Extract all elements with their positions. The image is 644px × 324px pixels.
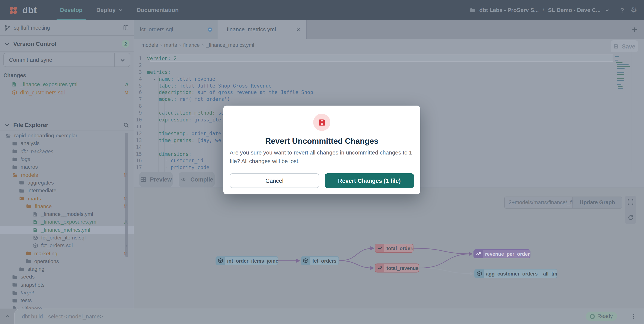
file-tree-item[interactable]: tests [0,296,134,304]
code-minimap[interactable] [615,56,630,93]
chevron-down-icon[interactable] [604,8,610,13]
folder-icon [12,298,18,303]
file-tree-label: macros [20,164,38,170]
update-graph-button[interactable]: Update Graph [572,197,622,208]
kebab-menu-icon[interactable] [631,313,637,320]
yaml-key: description: [159,89,194,95]
file-tree-item[interactable]: _finance_metrics.yml [0,226,134,234]
code-text: expression: gross_ite [147,117,221,123]
nav-link-develop[interactable]: Develop [53,0,89,20]
changed-file-row[interactable]: dim_customers.sqlM [0,88,134,97]
lineage-node-total_revenue[interactable]: total_revenue [375,263,419,272]
yaml-key: time_grains: [159,137,194,143]
branch-name: sqlfluff-meeting [14,25,50,31]
compile-button[interactable]: Compile [179,172,215,187]
new-tab-plus-icon[interactable] [631,26,638,33]
reset-view-icon[interactable] [627,214,634,221]
yaml-key: model: [159,96,176,102]
save-button[interactable]: Save [610,40,638,52]
model-icon [12,90,17,95]
file-tree-item[interactable]: intermediate [0,187,134,195]
code-line: 2 [134,62,644,69]
file-tree-item[interactable]: marketingM [0,250,134,257]
line-number: 15 [134,151,147,157]
breadcrumb-item[interactable]: finance [183,42,200,48]
file-tree-item[interactable]: aggregates [0,179,134,187]
file-tree-label: logs [20,156,30,162]
code-text: - priority_code [147,165,209,171]
breadcrumb-item[interactable]: models [142,42,158,48]
revert-changes-button[interactable]: Revert Changes (1 file) [325,173,414,188]
metric-icon [474,249,483,258]
changes-section-label: Changes [4,73,26,79]
close-icon[interactable] [296,27,301,32]
lineage-node-int_order_items_joined[interactable]: int_order_items_joined [216,256,278,265]
code-text: version: 2 [147,55,177,61]
chevron-up-icon[interactable] [4,313,11,319]
file-tree-item[interactable]: snapshots [0,281,134,289]
yaml-value: sum of gross revenue at the Jaffle Shop [194,89,313,95]
fullscreen-icon[interactable] [627,199,634,205]
line-number: 16 [134,158,147,164]
file-tree-item[interactable]: financeM [0,202,134,210]
lineage-edge [339,248,374,261]
preview-button[interactable]: Preview [139,172,173,187]
help-icon[interactable]: ? [620,7,624,14]
commit-and-sync-button[interactable]: Commit and sync [4,53,130,67]
file-tree-item[interactable]: fct_orders.sql● [0,242,134,250]
file-tree-item[interactable]: staging [0,265,134,273]
file-tree-item[interactable]: martsM [0,195,134,203]
editor-tab-_finance_metrics.yml[interactable]: _finance_metrics.yml [218,20,307,39]
folder-icon [12,282,18,288]
file-tree-item[interactable]: rapid-onboarding-exemplar [0,132,134,140]
file-icon [32,211,38,217]
file-tree-item[interactable]: analysis [0,140,134,148]
minimap-line [617,80,624,81]
dbt-logo[interactable]: dbt [0,5,37,16]
breadcrumb-item[interactable]: marts [164,42,177,48]
docs-book-icon[interactable] [122,25,130,31]
code-text: label: Total Jaffle Shop Gross Revenue [147,83,272,89]
revert-changes-modal: Revert Uncommitted Changes Are you sure … [223,106,420,194]
editor-tab-fct_orders.sql[interactable]: fct_orders.sql [134,20,218,39]
lineage-node-revenue_per_order[interactable]: revenue_per_order [474,249,530,258]
file-icon [12,305,17,308]
nav-link-deploy[interactable]: Deploy [89,0,130,20]
project-switcher[interactable]: SL Demo - Dave C... [548,7,600,13]
file-tree-item[interactable]: target [0,289,134,297]
file-tree-item[interactable]: logs [0,155,134,163]
changed-file-row[interactable]: _finance_exposures.ymlA [0,80,134,88]
breadcrumb-item[interactable]: _finance_metrics.yml [206,42,254,48]
file-tree-item[interactable]: macros [0,163,134,171]
file-explorer-header[interactable]: File Explorer [0,120,134,130]
search-icon[interactable] [123,122,130,128]
code-text: dimensions: [147,151,192,157]
commit-options-caret[interactable] [114,53,130,67]
file-tree-item[interactable]: fct_order_items.sql [0,234,134,242]
version-control-header[interactable]: Version Control 2 [0,36,134,52]
nav-link-documentation[interactable]: Documentation [130,0,186,20]
status-ready-icon [590,314,595,319]
lineage-node-label: total_revenue [384,265,419,271]
brand-name: dbt [22,5,37,15]
file-tree-item[interactable]: _finance__models.yml [0,210,134,218]
lineage-node-agg_customer_orders__all_time[interactable]: agg_customer_orders__all_time [474,269,558,278]
cancel-button[interactable]: Cancel [230,173,319,188]
minimap-line [615,56,619,57]
lineage-node-total_orders[interactable]: total_orders [375,244,414,253]
gear-icon[interactable]: ⚙ [631,6,637,15]
file-tree-item[interactable]: _finance_exposures.ymlA [0,218,134,226]
minimap-line [617,72,624,73]
sidebar-scrollbar[interactable] [125,133,128,257]
file-tree-item[interactable]: operations [0,257,134,265]
file-tree-item[interactable]: modelsM [0,171,134,179]
lineage-node-fct_orders[interactable]: fct_orders [301,256,339,265]
graph-selector-input[interactable]: 2+models/marts/finance/_fir [505,197,572,208]
changes-list: _finance_exposures.ymlAdim_customers.sql… [0,80,134,97]
file-tree-item[interactable]: .gitignore [0,304,134,308]
file-tree-item[interactable]: seeds [0,273,134,281]
command-input-panel[interactable]: dbt build --select <model_name> [14,308,644,324]
account-switcher[interactable]: dbt Labs - ProServ S... [479,7,538,13]
file-tree-item[interactable]: dbt_packages [0,147,134,155]
code-text: - customer_id [147,158,203,164]
